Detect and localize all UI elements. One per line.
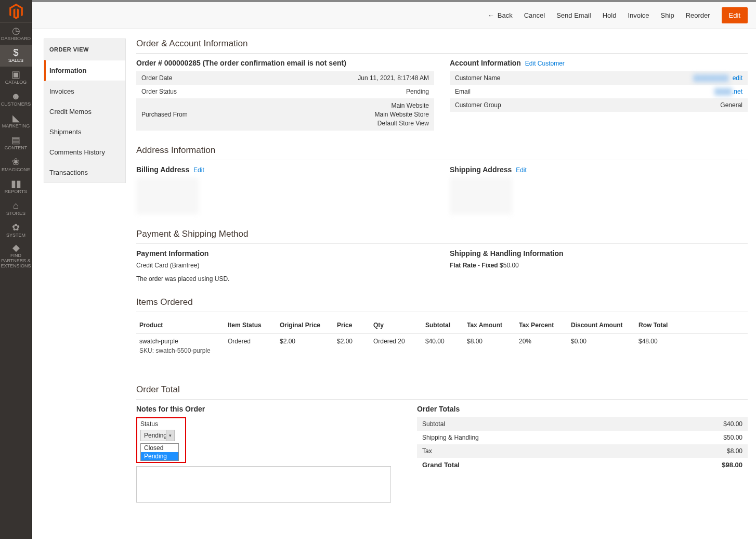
item-qty: Ordered 20 xyxy=(370,333,422,359)
shipping-edit-link[interactable]: Edit xyxy=(516,166,527,174)
cancel-button[interactable]: Cancel xyxy=(524,11,545,19)
customer-group-label: Customer Group xyxy=(450,98,595,112)
gear-icon: ✿ xyxy=(12,223,20,232)
item-sku: SKU: swatch-5500-purple xyxy=(139,347,221,354)
order-totals-title: Order Totals xyxy=(417,405,748,413)
nav-marketing[interactable]: ◣MARKETING xyxy=(0,110,32,132)
gauge-icon: ◷ xyxy=(12,26,20,35)
hold-button[interactable]: Hold xyxy=(603,11,617,19)
status-option-closed[interactable]: Closed xyxy=(141,444,178,452)
send-email-button[interactable]: Send Email xyxy=(556,11,591,19)
billing-address-content xyxy=(136,178,199,214)
nav-content[interactable]: ▤CONTENT xyxy=(0,132,32,154)
status-dropdown[interactable]: Closed Pending xyxy=(140,443,179,461)
payment-currency-note: The order was placed using USD. xyxy=(136,275,434,283)
item-rowtotal: $48.00 xyxy=(635,333,748,359)
person-icon: ☻ xyxy=(11,92,21,101)
box-icon: ▣ xyxy=(11,70,20,79)
customer-name-edit[interactable]: edit xyxy=(733,74,742,82)
shipping-method: Flat Rate - Fixed $50.00 xyxy=(450,262,748,269)
customer-email-label: Email xyxy=(450,85,595,98)
nav-catalog[interactable]: ▣CATALOG xyxy=(0,67,32,88)
comment-textarea[interactable] xyxy=(136,466,391,503)
item-taxp: 20% xyxy=(516,333,568,359)
table-row: swatch-purpleSKU: swatch-5500-purple Ord… xyxy=(136,333,748,359)
col-tax: Tax Amount xyxy=(464,317,516,333)
tot-grand-val: $98.00 xyxy=(722,461,742,469)
chevron-down-icon: ▾ xyxy=(166,430,174,441)
item-origprice: $2.00 xyxy=(277,333,334,359)
order-info-table: Order DateJun 11, 2021, 8:17:48 AM Order… xyxy=(136,71,434,131)
status-select[interactable]: Pending ▾ xyxy=(140,430,175,441)
nav-emagicone[interactable]: ❀EMAGICONE xyxy=(0,154,32,176)
ship-button[interactable]: Ship xyxy=(661,11,674,19)
edit-customer-link[interactable]: Edit Customer xyxy=(525,60,565,67)
tab-information[interactable]: Information xyxy=(44,60,125,81)
section-address: Address Information xyxy=(136,145,748,160)
back-button[interactable]: ←Back xyxy=(488,11,513,19)
item-tax: $8.00 xyxy=(464,333,516,359)
col-discount: Discount Amount xyxy=(568,317,635,333)
nav-system[interactable]: ✿SYSTEM xyxy=(0,220,32,241)
shipping-address-content xyxy=(450,178,512,214)
item-price: $2.00 xyxy=(334,333,370,359)
nav-partners[interactable]: ◆FIND PARTNERS & EXTENSIONS xyxy=(0,241,32,271)
order-date-value: Jun 11, 2021, 8:17:48 AM xyxy=(258,71,434,85)
order-view-title: ORDER VIEW xyxy=(44,39,125,60)
nav-stores[interactable]: ⌂STORES xyxy=(0,198,32,220)
order-title: Order # 000000285 (The order confirmatio… xyxy=(136,59,434,67)
reorder-button[interactable]: Reorder xyxy=(686,11,710,19)
col-itemstatus: Item Status xyxy=(225,317,277,333)
nav-dashboard[interactable]: ◷DASHBOARD xyxy=(0,23,32,45)
customer-group-value: General xyxy=(595,98,748,112)
shipping-address-title: Shipping Address Edit xyxy=(450,165,748,174)
tot-grand-label: Grand Total xyxy=(422,461,460,469)
item-subtotal: $40.00 xyxy=(422,333,464,359)
section-items: Items Ordered xyxy=(136,297,748,312)
nav-customers[interactable]: ☻CUSTOMERS xyxy=(0,88,32,110)
tab-creditmemos[interactable]: Credit Memos xyxy=(44,101,125,122)
col-taxp: Tax Percent xyxy=(516,317,568,333)
tot-ship-val: $50.00 xyxy=(723,434,742,441)
magento-logo[interactable] xyxy=(0,0,32,23)
section-payship: Payment & Shipping Method xyxy=(136,229,748,244)
tot-tax-label: Tax xyxy=(422,447,432,455)
account-info-table: Customer Name████████ edit Email████.net… xyxy=(450,71,748,112)
item-product: swatch-purple xyxy=(139,338,221,345)
tab-transactions[interactable]: Transactions xyxy=(44,162,125,183)
item-status: Ordered xyxy=(225,333,277,359)
billing-edit-link[interactable]: Edit xyxy=(193,166,204,174)
admin-sidebar: ◷DASHBOARD $SALES ▣CATALOG ☻CUSTOMERS ◣M… xyxy=(0,0,32,539)
account-info-title: Account Information Edit Customer xyxy=(450,59,748,67)
tot-ship-label: Shipping & Handling xyxy=(422,434,479,441)
tab-invoices[interactable]: Invoices xyxy=(44,81,125,101)
col-subtotal: Subtotal xyxy=(422,317,464,333)
notes-title: Notes for this Order xyxy=(136,405,396,413)
col-qty: Qty xyxy=(370,317,422,333)
invoice-button[interactable]: Invoice xyxy=(628,11,649,19)
col-product: Product xyxy=(136,317,225,333)
dollar-icon: $ xyxy=(13,48,18,57)
item-discount: $0.00 xyxy=(568,333,635,359)
order-totals-table: Subtotal$40.00 Shipping & Handling$50.00… xyxy=(417,417,748,472)
col-rowtotal: Row Total xyxy=(635,317,748,333)
nav-reports[interactable]: ▮▮REPORTS xyxy=(0,176,32,198)
store-icon: ⌂ xyxy=(13,201,19,210)
order-status-value: Pending xyxy=(258,85,434,98)
shipping-info-title: Shipping & Handling Information xyxy=(450,249,748,258)
tot-tax-val: $8.00 xyxy=(727,447,742,455)
edit-button[interactable]: Edit xyxy=(722,7,748,23)
megaphone-icon: ◣ xyxy=(12,113,20,123)
purchased-from-value: Main Website Main Website Store Default … xyxy=(264,101,429,127)
order-date-label: Order Date xyxy=(136,71,258,85)
nav-sales[interactable]: $SALES xyxy=(0,45,32,67)
section-order-account: Order & Account Information xyxy=(136,38,748,54)
tab-shipments[interactable]: Shipments xyxy=(44,122,125,142)
layout-icon: ▤ xyxy=(11,135,20,145)
payment-info-title: Payment Information xyxy=(136,249,434,258)
status-option-pending[interactable]: Pending xyxy=(141,452,178,460)
main-content: Order & Account Information Order # 0000… xyxy=(136,38,748,519)
customer-email-value: ████ xyxy=(714,88,732,95)
tab-comments-history[interactable]: Comments History xyxy=(44,142,125,162)
status-label: Status xyxy=(140,420,182,428)
